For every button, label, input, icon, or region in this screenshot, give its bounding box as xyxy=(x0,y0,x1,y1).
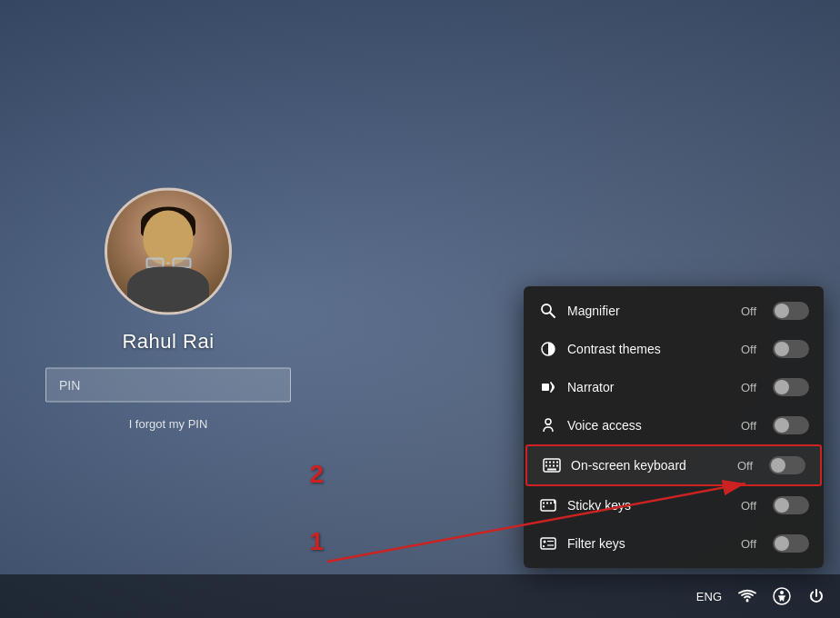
svg-rect-11 xyxy=(545,465,547,467)
accessibility-item-sticky[interactable]: Sticky keys Off xyxy=(524,486,824,524)
filter-icon xyxy=(538,533,558,553)
svg-rect-13 xyxy=(553,465,555,467)
keyboard-toggle[interactable] xyxy=(769,456,805,474)
glasses-bridge xyxy=(166,263,170,264)
narrator-toggle[interactable] xyxy=(773,378,809,396)
voice-toggle[interactable] xyxy=(773,416,809,434)
accessibility-item-contrast[interactable]: Contrast themes Off xyxy=(524,330,824,368)
svg-rect-21 xyxy=(554,500,555,503)
avatar-image xyxy=(107,191,229,313)
svg-point-29 xyxy=(746,600,749,603)
svg-rect-17 xyxy=(543,503,545,504)
svg-rect-10 xyxy=(556,462,558,464)
filter-toggle[interactable] xyxy=(773,534,809,553)
sticky-toggle[interactable] xyxy=(773,496,809,514)
contrast-status: Off xyxy=(741,343,756,356)
svg-rect-22 xyxy=(541,538,555,549)
taskbar-lang: ENG xyxy=(696,590,722,603)
magnifier-label: Magnifier xyxy=(567,304,732,318)
accessibility-item-magnifier[interactable]: Magnifier Off xyxy=(524,292,824,330)
power-icon[interactable] xyxy=(807,587,825,605)
accessibility-item-narrator[interactable]: Narrator Off xyxy=(524,368,824,406)
narrator-label: Narrator xyxy=(567,380,732,394)
keyboard-icon xyxy=(542,455,562,475)
accessibility-panel: Magnifier Off Contrast themes Off Narrat… xyxy=(524,286,824,568)
taskbar: ENG xyxy=(0,574,840,618)
svg-rect-18 xyxy=(546,503,548,504)
keyboard-label: On-screen keyboard xyxy=(571,458,728,473)
accessibility-item-voice[interactable]: Voice access Off xyxy=(524,406,824,444)
svg-rect-20 xyxy=(543,506,545,508)
svg-point-23 xyxy=(544,541,546,543)
forgot-pin-link[interactable]: I forgot my PIN xyxy=(129,417,208,431)
voice-label: Voice access xyxy=(567,418,732,433)
svg-point-31 xyxy=(780,591,784,594)
filter-toggle-knob xyxy=(775,536,789,551)
narrator-status: Off xyxy=(741,381,756,394)
sticky-toggle-knob xyxy=(775,498,789,513)
narrator-icon xyxy=(538,377,558,397)
svg-rect-15 xyxy=(547,469,556,471)
svg-point-4 xyxy=(545,419,551,424)
svg-rect-14 xyxy=(556,465,558,467)
pin-input[interactable] xyxy=(45,368,291,403)
voice-status: Off xyxy=(741,419,756,433)
wifi-icon[interactable] xyxy=(738,589,756,603)
svg-rect-12 xyxy=(549,465,551,467)
filter-status: Off xyxy=(741,537,756,551)
magnifier-status: Off xyxy=(741,304,756,318)
avatar xyxy=(105,188,232,315)
sticky-icon xyxy=(538,495,558,515)
sticky-status: Off xyxy=(741,499,756,513)
contrast-icon xyxy=(538,339,558,359)
annotation-1: 1 xyxy=(309,527,324,556)
avatar-head xyxy=(144,211,194,265)
voice-toggle-knob xyxy=(775,418,789,433)
filter-label: Filter keys xyxy=(567,536,732,551)
annotation-2: 2 xyxy=(309,460,324,489)
magnifier-icon xyxy=(538,301,558,321)
svg-rect-9 xyxy=(553,462,555,464)
svg-rect-7 xyxy=(545,462,547,464)
login-area: Rahul Rai I forgot my PIN xyxy=(45,188,291,431)
magnifier-toggle[interactable] xyxy=(773,302,809,320)
narrator-toggle-knob xyxy=(775,380,789,394)
sticky-label: Sticky keys xyxy=(567,498,732,513)
svg-rect-24 xyxy=(543,545,545,547)
accessibility-item-keyboard[interactable]: On-screen keyboard Off xyxy=(525,444,822,486)
svg-rect-16 xyxy=(541,500,555,511)
contrast-toggle-knob xyxy=(775,342,789,356)
contrast-toggle[interactable] xyxy=(773,340,809,358)
accessibility-item-filter[interactable]: Filter keys Off xyxy=(524,524,824,563)
avatar-body xyxy=(127,267,209,313)
magnifier-toggle-knob xyxy=(775,304,789,318)
svg-rect-19 xyxy=(550,503,552,504)
accessibility-icon[interactable] xyxy=(773,587,791,605)
voice-icon xyxy=(538,415,558,435)
svg-rect-3 xyxy=(542,384,549,391)
svg-line-1 xyxy=(550,313,555,317)
contrast-label: Contrast themes xyxy=(567,342,732,356)
user-name: Rahul Rai xyxy=(122,330,214,354)
keyboard-status: Off xyxy=(737,459,753,473)
keyboard-toggle-knob xyxy=(771,458,785,473)
svg-rect-8 xyxy=(549,462,551,464)
